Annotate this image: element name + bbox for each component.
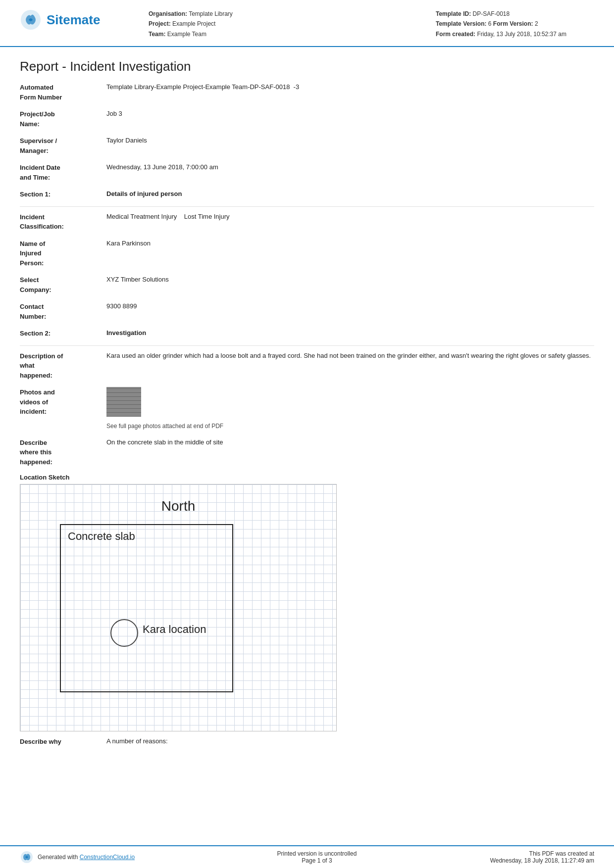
form-version-label: Form Version: xyxy=(493,20,533,27)
value-where: On the concrete slab in the middle of si… xyxy=(106,437,594,447)
field-incident-class: IncidentClassification: Medical Treatmen… xyxy=(20,212,594,234)
footer-page: Page 1 of 3 xyxy=(178,857,456,864)
template-version-value: 6 xyxy=(488,20,493,27)
form-version-value: 2 xyxy=(535,20,538,27)
main-content: Report - Incident Investigation Automate… xyxy=(0,47,614,747)
sketch-kara-label: Kara location xyxy=(143,623,206,636)
field-contact: ContactNumber: 9300 8899 xyxy=(20,301,594,323)
value-describe-why: A number of reasons: xyxy=(106,736,594,746)
template-id-value: DP-SAF-0018 xyxy=(472,10,510,17)
divider-1 xyxy=(20,206,594,207)
field-section2: Section 2: Investigation xyxy=(20,328,594,340)
field-photos: Photos andvideos ofincident: See full pa… xyxy=(20,387,594,433)
divider-2 xyxy=(20,345,594,346)
label-injured-person: Name ofInjuredPerson: xyxy=(20,239,106,268)
footer-logo-icon xyxy=(20,850,34,864)
footer-pdf-created: This PDF was created at xyxy=(456,850,594,857)
location-sketch-label: Location Sketch xyxy=(20,474,594,481)
org-line: Organisation: Template Library xyxy=(149,9,436,19)
project-value: Example Project xyxy=(172,20,215,27)
label-description: Description ofwhathappened: xyxy=(20,351,106,381)
value-section1: Details of injured person xyxy=(106,189,594,199)
label-photos: Photos andvideos ofincident: xyxy=(20,387,106,417)
value-company: XYZ Timber Solutions xyxy=(106,275,594,285)
logo-text: Sitemate xyxy=(47,12,100,28)
value-description: Kara used an older grinder which had a l… xyxy=(106,351,594,361)
value-incident-date: Wednesday, 13 June 2018, 7:00:00 am xyxy=(106,162,594,172)
header-meta: Organisation: Template Library Project: … xyxy=(149,9,436,39)
value-photos: See full page photos attached at end of … xyxy=(106,387,594,431)
value-automated-form: Template Library-Example Project-Example… xyxy=(106,82,594,92)
logo-area: Sitemate xyxy=(20,9,149,31)
template-id-label: Template ID: xyxy=(436,10,471,17)
field-incident-date: Incident Dateand Time: Wednesday, 13 Jun… xyxy=(20,162,594,184)
sketch-concrete-label: Concrete slab xyxy=(68,530,135,543)
field-supervisor: Supervisor /Manager: Taylor Daniels xyxy=(20,136,594,157)
value-injured-person: Kara Parkinson xyxy=(106,239,594,248)
label-incident-class: IncidentClassification: xyxy=(20,212,106,232)
org-label: Organisation: xyxy=(149,10,187,17)
project-line: Project: Example Project xyxy=(149,19,436,29)
footer-center: Printed version is uncontrolled Page 1 o… xyxy=(178,850,456,864)
sketch-circle xyxy=(110,619,138,647)
value-contact: 9300 8899 xyxy=(106,301,594,311)
label-section2: Section 2: xyxy=(20,328,106,338)
form-created-line: Form created: Friday, 13 July 2018, 10:5… xyxy=(436,29,594,39)
footer-right: This PDF was created at Wednesday, 18 Ju… xyxy=(456,850,594,864)
label-project-job: Project/JobName: xyxy=(20,109,106,129)
field-project-job: Project/JobName: Job 3 xyxy=(20,109,594,131)
field-description: Description ofwhathappened: Kara used an… xyxy=(20,351,594,383)
header-right: Template ID: DP-SAF-0018 Template Versio… xyxy=(436,9,594,39)
label-incident-date: Incident Dateand Time: xyxy=(20,162,106,182)
label-contact: ContactNumber: xyxy=(20,301,106,321)
location-sketch-section: Location Sketch North Concrete slab Kara… xyxy=(20,474,594,731)
footer-generated-text: Generated with xyxy=(38,854,78,861)
value-section2: Investigation xyxy=(106,328,594,338)
header: Sitemate Organisation: Template Library … xyxy=(0,0,614,47)
sketch-concrete-box: Concrete slab Kara location xyxy=(60,524,233,692)
field-describe-why: Describe why A number of reasons: xyxy=(20,736,594,747)
footer-link[interactable]: ConstructionCloud.io xyxy=(80,854,135,861)
field-injured-person: Name ofInjuredPerson: Kara Parkinson xyxy=(20,239,594,270)
photo-grid xyxy=(106,387,141,417)
label-automated-form: AutomatedForm Number xyxy=(20,82,106,102)
field-where: Describewhere thishappened: On the concr… xyxy=(20,437,594,469)
page: Sitemate Organisation: Template Library … xyxy=(0,0,614,868)
template-version-line: Template Version: 6 Form Version: 2 xyxy=(436,19,594,29)
label-describe-why: Describe why xyxy=(20,736,106,747)
form-created-value: Friday, 13 July 2018, 10:52:37 am xyxy=(477,31,566,38)
field-section1: Section 1: Details of injured person xyxy=(20,189,594,201)
template-id-line: Template ID: DP-SAF-0018 xyxy=(436,9,594,19)
sitemate-logo-icon xyxy=(20,9,42,31)
form-created-label: Form created: xyxy=(436,31,475,38)
field-company: SelectCompany: XYZ Timber Solutions xyxy=(20,275,594,296)
field-automated-form: AutomatedForm Number Template Library-Ex… xyxy=(20,82,594,104)
team-line: Team: Example Team xyxy=(149,29,436,39)
label-supervisor: Supervisor /Manager: xyxy=(20,136,106,155)
footer-uncontrolled: Printed version is uncontrolled xyxy=(178,850,456,857)
report-title: Report - Incident Investigation xyxy=(20,59,594,74)
team-value: Example Team xyxy=(167,31,206,38)
sketch-north-label: North xyxy=(161,498,195,514)
photo-thumbnail xyxy=(106,387,141,417)
project-label: Project: xyxy=(149,20,171,27)
template-version-label: Template Version: xyxy=(436,20,486,27)
photo-caption: See full page photos attached at end of … xyxy=(106,422,594,431)
sketch-container: North Concrete slab Kara location xyxy=(20,484,337,731)
footer-left: Generated with ConstructionCloud.io xyxy=(20,850,178,864)
value-project-job: Job 3 xyxy=(106,109,594,119)
team-label: Team: xyxy=(149,31,165,38)
footer: Generated with ConstructionCloud.io Prin… xyxy=(0,845,614,868)
label-company: SelectCompany: xyxy=(20,275,106,294)
value-supervisor: Taylor Daniels xyxy=(106,136,594,145)
org-value: Template Library xyxy=(189,10,233,17)
value-incident-class: Medical Treatment Injury Lost Time Injur… xyxy=(106,212,594,222)
footer-pdf-date: Wednesday, 18 July 2018, 11:27:49 am xyxy=(456,857,594,864)
label-where: Describewhere thishappened: xyxy=(20,437,106,467)
label-section1: Section 1: xyxy=(20,189,106,199)
